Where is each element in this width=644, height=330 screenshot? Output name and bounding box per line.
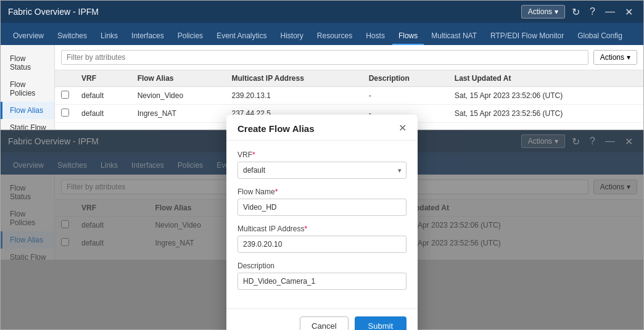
tab-history[interactable]: History xyxy=(275,28,310,45)
modal-close-button[interactable]: ✕ xyxy=(398,123,407,133)
tab-switches[interactable]: Switches xyxy=(51,28,93,45)
tab-policies[interactable]: Policies xyxy=(171,28,209,45)
vrf-field-group: VRF* default ▾ xyxy=(237,151,407,179)
chevron-down-icon: ▾ xyxy=(627,53,630,62)
cell-vrf: default xyxy=(75,105,131,123)
cell-description: - xyxy=(363,87,448,105)
row-checkbox[interactable] xyxy=(61,91,69,99)
top-window: Fabric Overview - IPFM Actions ▾ ↻ ? — ✕… xyxy=(0,0,644,130)
vrf-select-wrap: default ▾ xyxy=(237,162,407,179)
cell-vrf: default xyxy=(75,87,131,105)
flow-name-label: Flow Name* xyxy=(237,188,407,196)
tab-interfaces[interactable]: Interfaces xyxy=(125,28,170,45)
cell-flow-alias: Ingres_NAT xyxy=(131,105,226,123)
refresh-button[interactable]: ↻ xyxy=(569,5,583,19)
help-button[interactable]: ? xyxy=(587,5,598,19)
modal-footer: Cancel Submit xyxy=(226,308,418,331)
modal-body: VRF* default ▾ Flow Name* xyxy=(226,141,418,308)
submit-button[interactable]: Submit xyxy=(355,316,407,331)
table-row: default Nevion_Video 239.20.13.1 - Sat, … xyxy=(55,87,643,105)
tab-overview[interactable]: Overview xyxy=(7,28,50,45)
top-titlebar: Fabric Overview - IPFM Actions ▾ ↻ ? — ✕ xyxy=(1,1,643,23)
vrf-select[interactable]: default xyxy=(237,162,407,179)
modal-overlay: Create Flow Alias ✕ VRF* default ▾ xyxy=(1,130,643,329)
minimize-button[interactable]: — xyxy=(602,5,618,19)
top-actions-button[interactable]: Actions ▾ xyxy=(521,5,565,19)
close-button[interactable]: ✕ xyxy=(622,5,636,19)
actions-button[interactable]: Actions ▾ xyxy=(593,50,637,65)
col-multicast-ip: Multicast IP Address xyxy=(226,70,363,87)
col-last-updated: Last Updated At xyxy=(448,70,643,87)
tab-rtp-edi[interactable]: RTP/EDI Flow Monitor xyxy=(484,28,570,45)
cell-multicast-ip: 239.20.13.1 xyxy=(226,87,363,105)
sidebar-item-flow-status[interactable]: Flow Status xyxy=(1,50,54,76)
flow-name-input[interactable] xyxy=(237,199,407,216)
top-title: Fabric Overview - IPFM xyxy=(8,7,99,17)
multicast-ip-required: * xyxy=(305,225,308,233)
multicast-ip-field-group: Multicast IP Address* xyxy=(237,225,407,253)
tab-links[interactable]: Links xyxy=(94,28,124,45)
cell-last-updated: Sat, 15 Apr 2023 23:52:06 (UTC) xyxy=(448,87,643,105)
modal-header: Create Flow Alias ✕ xyxy=(226,115,418,141)
cell-last-updated: Sat, 15 Apr 2023 23:52:56 (UTC) xyxy=(448,105,643,123)
filter-input[interactable] xyxy=(61,50,588,65)
flow-name-required: * xyxy=(275,188,278,196)
modal-title: Create Flow Alias xyxy=(237,123,314,134)
multicast-ip-input[interactable] xyxy=(237,236,407,253)
tab-resources[interactable]: Resources xyxy=(311,28,358,45)
row-checkbox[interactable] xyxy=(61,109,69,117)
tab-global-config[interactable]: Global Config xyxy=(571,28,629,45)
description-input[interactable] xyxy=(237,273,407,290)
tab-multicast-nat[interactable]: Multicast NAT xyxy=(425,28,483,45)
flow-name-field-group: Flow Name* xyxy=(237,188,407,216)
sidebar-item-flow-policies[interactable]: Flow Policies xyxy=(1,76,54,102)
bottom-window: Fabric Overview - IPFM Actions ▾ ↻ ? — ✕… xyxy=(0,130,644,330)
col-flow-alias: Flow Alias xyxy=(131,70,226,87)
tab-flows[interactable]: Flows xyxy=(392,28,424,45)
col-description: Description xyxy=(363,70,448,87)
cell-flow-alias: Nevion_Video xyxy=(131,87,226,105)
multicast-ip-label: Multicast IP Address* xyxy=(237,225,407,233)
col-checkbox xyxy=(55,70,75,87)
create-flow-alias-modal: Create Flow Alias ✕ VRF* default ▾ xyxy=(226,115,418,331)
sidebar-item-flow-alias[interactable]: Flow Alias xyxy=(1,102,54,119)
tab-event-analytics[interactable]: Event Analytics xyxy=(210,28,273,45)
description-field-group: Description xyxy=(237,262,407,290)
col-vrf: VRF xyxy=(75,70,131,87)
vrf-label: VRF* xyxy=(237,151,407,159)
filter-bar: Actions ▾ xyxy=(55,45,643,70)
description-label: Description xyxy=(237,262,407,270)
vrf-required: * xyxy=(252,151,255,159)
top-nav: Overview Switches Links Interfaces Polic… xyxy=(1,23,643,45)
chevron-down-icon: ▾ xyxy=(555,7,558,16)
tab-hosts[interactable]: Hosts xyxy=(360,28,391,45)
top-controls: Actions ▾ ↻ ? — ✕ xyxy=(521,5,636,19)
top-sidebar: Flow Status Flow Policies Flow Alias Sta… xyxy=(1,45,55,130)
cancel-button[interactable]: Cancel xyxy=(300,316,348,331)
